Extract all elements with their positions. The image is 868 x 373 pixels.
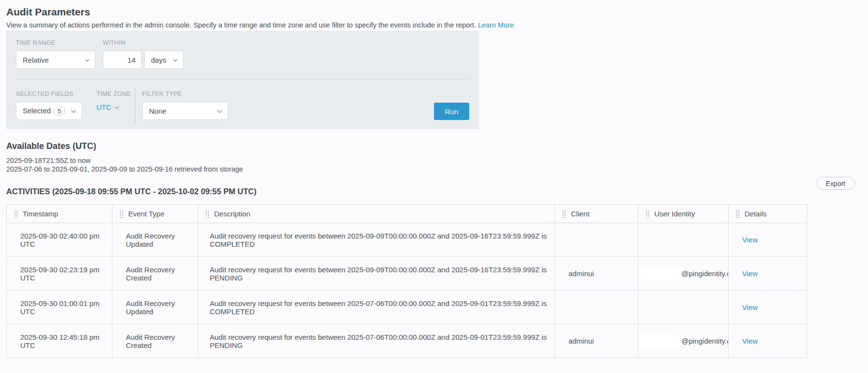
page-description: View a summary of actions performed in t… [6,21,514,29]
cell-user-identity [638,291,729,324]
column-header-details: Details [729,205,807,223]
activities-table-header: Timestamp Event Type Description Client … [7,205,807,223]
activities-heading: ACTIVITIES (2025-09-18 09:55 PM UTC - 20… [6,187,257,196]
selected-fields-label: SELECTED FIELDS [16,91,82,97]
within-field: WITHIN days [103,40,184,69]
cell-user-identity: @pingidentity.com [638,324,729,358]
panel-divider [16,79,469,80]
page-title: Audit Parameters [6,6,90,18]
cell-client: adminui [555,324,638,358]
cell-event-type: Audit Recovery Updated [112,223,198,257]
drag-handle-icon[interactable] [562,210,566,218]
run-button[interactable]: Run [434,103,469,120]
column-header-label: User Identity [654,210,695,218]
cell-details: View [729,324,807,358]
cell-details: View [729,257,807,291]
table-row: 2025-09-30 12:45:18 pm UTC Audit Recover… [7,324,807,358]
cell-client [555,291,638,324]
cell-description: Audit recovery request for events betwee… [198,257,555,291]
available-dates-line: 2025-09-18T21:55Z to now [6,156,243,165]
chevron-down-icon [85,57,90,62]
cell-timestamp: 2025-09-30 02:23:19 pm UTC [7,257,112,291]
cell-description: Audit recovery request for events betwee… [198,291,555,324]
selected-fields-value: Selected5 [23,107,65,116]
learn-more-link[interactable]: Learn More [478,21,514,29]
selected-fields-field: SELECTED FIELDS Selected5 [16,91,82,120]
column-header-label: Client [571,210,589,218]
column-header-timestamp: Timestamp [7,205,112,223]
within-unit-select[interactable]: days [144,51,184,69]
cell-details: View [729,223,807,257]
panel-vertical-divider [135,88,136,124]
export-button[interactable]: Export [816,177,855,190]
column-header-event-type: Event Type [112,205,198,223]
within-unit-value: days [151,56,166,64]
cell-description: Audit recovery request for events betwee… [198,324,555,358]
selected-fields-select[interactable]: Selected5 [16,102,82,120]
within-label: WITHIN [103,40,184,46]
chevron-down-icon [114,104,119,109]
selected-fields-text: Selected [23,107,51,115]
filter-panel: TIME RANGE Relative WITHIN days SELECTED… [6,31,479,129]
user-identity-text: @pingidentity.com [681,337,729,345]
time-zone-value: UTC [96,103,111,111]
time-range-select[interactable]: Relative [16,51,95,69]
page-description-text: View a summary of actions performed in t… [6,21,476,29]
column-header-label: Timestamp [23,210,58,218]
cell-event-type: Audit Recovery Created [112,257,198,291]
selected-count-badge: 5 [54,107,65,116]
cell-user-identity: @pingidentity.com [638,257,729,291]
drag-handle-icon[interactable] [645,210,649,218]
column-header-client: Client [555,205,638,223]
chevron-down-icon [173,57,178,62]
cell-event-type: Audit Recovery Created [112,324,198,358]
time-range-label: TIME RANGE [16,40,95,46]
available-dates-section: Available Dates (UTC) 2025-09-18T21:55Z … [6,141,243,173]
filter-type-label: FILTER TYPE [142,91,228,97]
table-row: 2025-09-30 02:40:00 pm UTC Audit Recover… [7,223,807,257]
cell-client: adminui [555,257,638,291]
cell-client [555,223,638,257]
view-details-link[interactable]: View [742,337,758,345]
activities-table: Timestamp Event Type Description Client … [6,204,807,358]
view-details-link[interactable]: View [742,303,758,311]
activities-table-body: 2025-09-30 02:40:00 pm UTC Audit Recover… [7,223,807,358]
chevron-down-icon [217,108,222,113]
audit-parameters-page: Audit Parameters View a summary of actio… [0,0,868,373]
filter-type-value: None [149,107,166,115]
drag-handle-icon[interactable] [735,210,739,218]
table-row: 2025-09-30 01:00:01 pm UTC Audit Recover… [7,291,807,324]
table-row: 2025-09-30 02:23:19 pm UTC Audit Recover… [7,257,807,291]
view-details-link[interactable]: View [742,236,758,244]
time-range-field: TIME RANGE Relative [16,40,95,69]
drag-handle-icon[interactable] [205,210,209,218]
cell-timestamp: 2025-09-30 02:40:00 pm UTC [7,223,112,257]
drag-handle-icon[interactable] [14,210,17,218]
redacted-identity-box [638,269,681,279]
column-header-user-identity: User Identity [638,205,729,223]
chevron-down-icon [71,108,76,113]
user-identity-text: @pingidentity.com [681,269,729,278]
cell-timestamp: 2025-09-30 01:00:01 pm UTC [7,291,112,324]
time-range-value: Relative [23,56,49,64]
column-header-description: Description [198,205,555,223]
column-header-label: Description [214,210,250,218]
redacted-identity-box [638,336,681,346]
filter-type-select[interactable]: None [142,102,228,120]
time-zone-field: TIME ZONE UTC [96,91,131,112]
available-dates-heading: Available Dates (UTC) [6,141,243,151]
within-value-input[interactable] [103,51,142,69]
available-dates-line: 2025-07-06 to 2025-09-01, 2025-09-09 to … [6,165,243,173]
time-zone-select[interactable]: UTC [96,103,119,111]
cell-details: View [729,291,807,324]
time-zone-label: TIME ZONE [96,91,131,97]
cell-user-identity [638,223,729,257]
drag-handle-icon[interactable] [119,210,123,218]
column-header-label: Event Type [128,210,164,218]
view-details-link[interactable]: View [742,269,758,278]
column-header-label: Details [745,210,767,218]
cell-event-type: Audit Recovery Updated [112,291,198,324]
filter-type-field: FILTER TYPE None [142,91,228,120]
cell-description: Audit recovery request for events betwee… [198,223,555,257]
cell-timestamp: 2025-09-30 12:45:18 pm UTC [7,324,112,358]
